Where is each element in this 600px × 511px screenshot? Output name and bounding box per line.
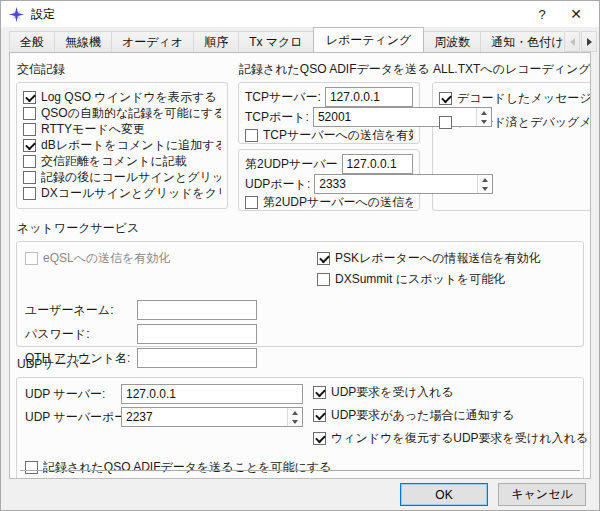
reporting-tab-pane: 交信記録 Log QSO ウインドウを表示する QSOの自動的な記録を可能にする…: [9, 52, 591, 479]
tab-sequence[interactable]: 順序: [193, 31, 239, 52]
tcp-port-label: TCPポート:: [245, 109, 309, 126]
tab-radio[interactable]: 無線機: [54, 31, 112, 52]
udp-server-port-input[interactable]: [121, 407, 303, 427]
checkbox-label: 第2UDPサーバーへの送信を許可する: [263, 194, 413, 211]
settings-dialog: 設定 ? ✕ 全般 無線機 オーディオ 順序 Tx マクロ レポーティング 周波…: [0, 0, 600, 511]
checkbox-accept-udp-requests[interactable]: UDP要求を受け入れる: [313, 384, 588, 400]
tab-frequencies[interactable]: 周波数: [423, 31, 481, 52]
tabs-strip: 全般 無線機 オーディオ 順序 Tx マクロ レポーティング 周波数 通知・色付…: [9, 27, 563, 52]
checkbox-label: TCPサーバーへの送信を有効にする: [263, 127, 413, 144]
checkbox-icon: [23, 123, 36, 136]
spin-up-icon[interactable]: [288, 408, 302, 417]
checkbox-label: 交信距離をコメントに記載: [41, 153, 187, 170]
checkbox-clear-dx-on-exit[interactable]: DXコールサインとグリッドをクリアして終了: [23, 186, 221, 202]
alltxt-title: ALL.TXTへのレコーディング: [433, 61, 591, 78]
help-button[interactable]: ?: [525, 3, 559, 25]
adif-udp2-group: 第2UDPサーバー UDPポート:: [238, 149, 420, 211]
title-bar: 設定 ? ✕: [1, 1, 599, 27]
checkbox-icon: [23, 91, 36, 104]
checkbox-decoded-messages[interactable]: デコードしたメッセージ: [439, 90, 591, 106]
username-label: ユーザーネーム:: [25, 302, 137, 319]
tcp-server-input[interactable]: [325, 87, 413, 107]
tcp-server-label: TCPサーバー:: [245, 89, 321, 106]
tab-scroll-right-icon[interactable]: [581, 31, 597, 52]
checkbox-icon: [23, 155, 36, 168]
ok-button[interactable]: OK: [400, 483, 488, 506]
username-input[interactable]: [137, 300, 257, 320]
qth-account-input[interactable]: [137, 348, 257, 368]
checkbox-label: UDP要求を受け入れる: [331, 384, 453, 401]
checkbox-label: デコードしたメッセージ: [457, 90, 591, 107]
udp2-port-input[interactable]: [314, 174, 493, 194]
checkbox-icon: [313, 409, 326, 422]
window-title: 設定: [31, 6, 525, 23]
checkbox-icon: [23, 139, 36, 152]
tab-reporting[interactable]: レポーティング: [313, 27, 425, 52]
qso-logging-title: 交信記録: [17, 61, 228, 78]
checkbox-prompt-log-qso[interactable]: Log QSO ウインドウを表示する: [23, 89, 221, 105]
checkbox-label: dBレポートをコメントに追加する: [41, 137, 221, 154]
tab-scroll-left-icon[interactable]: [564, 31, 580, 52]
spin-down-icon[interactable]: [288, 417, 302, 426]
udp-server-group: UDP サーバー: UDP サーバーポート:: [16, 377, 584, 479]
separator-line: [20, 470, 580, 471]
checkbox-enable-dxsummit[interactable]: DXSummit にスポットを可能化: [317, 271, 575, 287]
spin-down-icon[interactable]: [477, 117, 491, 126]
checkbox-icon: [439, 92, 452, 105]
udp-server-label: UDP サーバー:: [25, 386, 117, 403]
checkbox-icon: [439, 116, 452, 129]
checkbox-log-automatically[interactable]: QSOの自動的な記録を可能にする: [23, 105, 221, 121]
checkbox-distance-to-comments[interactable]: 交信距離をコメントに記載: [23, 154, 221, 170]
spin-up-icon[interactable]: [478, 175, 492, 184]
tab-colors[interactable]: 通知・色付け: [480, 31, 563, 52]
password-label: パスワード:: [25, 326, 137, 343]
checkbox-notify-on-udp-request[interactable]: UDP要求があった場合に通知する: [313, 407, 588, 423]
network-services-title: ネットワークサービス: [17, 220, 584, 237]
close-icon[interactable]: ✕: [559, 3, 593, 25]
udp2-port-label: UDPポート:: [245, 176, 310, 193]
dialog-button-row: OK キャンセル: [1, 479, 599, 510]
checkbox-convert-rtty[interactable]: RTTYモードへ変更: [23, 121, 221, 137]
checkbox-label: Log QSO ウインドウを表示する: [41, 89, 217, 106]
tab-bar: 全般 無線機 オーディオ 順序 Tx マクロ レポーティング 周波数 通知・色付…: [1, 27, 599, 52]
adif-tcp-group: TCPサーバー: TCPポート:: [238, 82, 420, 144]
tab-audio[interactable]: オーディオ: [111, 31, 194, 52]
adif-title: 記録されたQSO ADIFデータを送る: [239, 61, 420, 78]
wsjtx-app-icon: [9, 7, 24, 22]
tab-general[interactable]: 全般: [9, 31, 55, 52]
checkbox-icon: [313, 386, 326, 399]
network-services-group: eQSLへの送信を有効化 PSKレポーターへの情報送信を有効化 DXSummit…: [16, 241, 584, 347]
qso-logging-group: Log QSO ウインドウを表示する QSOの自動的な記録を可能にする RTTY…: [16, 82, 228, 209]
cancel-button[interactable]: キャンセル: [498, 483, 586, 506]
udp-server-input[interactable]: [121, 384, 303, 404]
checkbox-enable-udp2-send[interactable]: 第2UDPサーバーへの送信を許可する: [245, 194, 413, 210]
checkbox-icon: [245, 196, 258, 209]
checkbox-icon: [245, 129, 258, 142]
spin-down-icon[interactable]: [478, 184, 492, 193]
udp-server-port-label: UDP サーバーポート:: [25, 409, 117, 426]
udp2-server-input[interactable]: [342, 154, 413, 174]
checkbox-accept-restore-requests[interactable]: ウィンドウを復元するUDP要求を受けれ入れる: [313, 430, 588, 446]
checkbox-icon: [25, 252, 38, 265]
udp2-port-spinner: [477, 175, 492, 193]
checkbox-enable-tcp-send[interactable]: TCPサーバーへの送信を有効にする: [245, 127, 413, 143]
checkbox-label: 記録の後にコールサインとグリッドをクリアする: [41, 169, 221, 186]
password-input[interactable]: [137, 324, 257, 344]
udp-port-spinner: [287, 408, 302, 426]
checkbox-label: QSOの自動的な記録を可能にする: [41, 105, 221, 122]
tcp-port-spinner: [476, 108, 491, 126]
udp2-server-label: 第2UDPサーバー: [245, 156, 338, 173]
checkbox-icon: [25, 461, 38, 474]
tab-tx-macros[interactable]: Tx マクロ: [238, 31, 314, 52]
checkbox-icon: [313, 432, 326, 445]
checkbox-enable-adif-broadcast[interactable]: 記録されたQSO ADIFデータを送ることを可能にする: [25, 459, 575, 475]
checkbox-enable-eqsl: eQSLへの送信を有効化: [25, 250, 317, 266]
checkbox-label: DXコールサインとグリッドをクリアして終了: [41, 185, 221, 202]
tab-scrollers: [563, 27, 599, 52]
checkbox-label: eQSLへの送信を有効化: [43, 250, 171, 267]
checkbox-enable-psk-reporter[interactable]: PSKレポーターへの情報送信を有効化: [317, 250, 575, 266]
spin-up-icon[interactable]: [477, 108, 491, 117]
checkbox-clear-after-logging[interactable]: 記録の後にコールサインとグリッドをクリアする: [23, 170, 221, 186]
checkbox-db-to-comments[interactable]: dBレポートをコメントに追加する: [23, 137, 221, 153]
tcp-port-input[interactable]: [313, 107, 492, 127]
